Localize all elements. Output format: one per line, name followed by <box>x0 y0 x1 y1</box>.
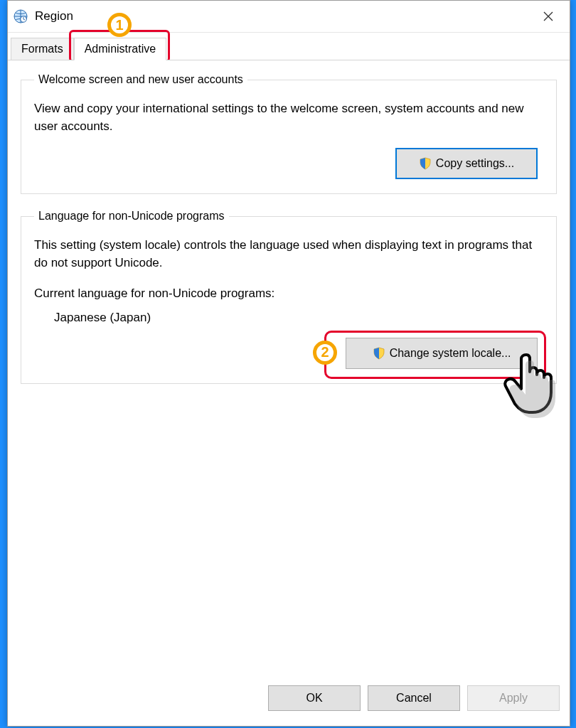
cancel-button[interactable]: Cancel <box>368 685 460 711</box>
close-button[interactable] <box>533 1 564 32</box>
annotation-step-1: 1 <box>107 13 132 37</box>
copy-settings-button[interactable]: Copy settings... <box>395 148 538 179</box>
group-non-unicode-desc: This setting (system locale) controls th… <box>34 237 543 272</box>
group-non-unicode-legend: Language for non-Unicode programs <box>34 210 229 223</box>
group-welcome-legend: Welcome screen and new user accounts <box>34 73 247 86</box>
annotation-step-2: 2 <box>313 341 337 365</box>
titlebar: Region <box>8 1 570 33</box>
tab-panel-administrative: Welcome screen and new user accounts Vie… <box>8 60 570 678</box>
group-non-unicode: Language for non-Unicode programs This s… <box>21 210 557 383</box>
current-language-value: Japanese (Japan) <box>54 311 543 325</box>
group-welcome-desc: View and copy your international setting… <box>34 100 543 135</box>
copy-settings-label: Copy settings... <box>436 157 514 170</box>
ok-button[interactable]: OK <box>268 685 361 711</box>
current-language-label: Current language for non-Unicode program… <box>34 287 543 301</box>
shield-icon <box>373 347 385 360</box>
tab-formats[interactable]: Formats <box>11 38 74 60</box>
change-system-locale-button[interactable]: Change system locale... <box>346 338 538 369</box>
shield-icon <box>419 157 432 170</box>
tab-administrative[interactable]: Administrative <box>74 38 166 60</box>
apply-button: Apply <box>467 685 560 711</box>
dialog-footer: OK Cancel Apply <box>8 678 570 726</box>
change-system-locale-label: Change system locale... <box>390 347 511 360</box>
tab-strip: Formats Administrative 1 <box>8 33 570 60</box>
group-welcome-screen: Welcome screen and new user accounts Vie… <box>21 73 557 194</box>
globe-icon <box>14 9 28 23</box>
region-dialog: Region Formats Administrative 1 Welcome … <box>7 0 570 727</box>
